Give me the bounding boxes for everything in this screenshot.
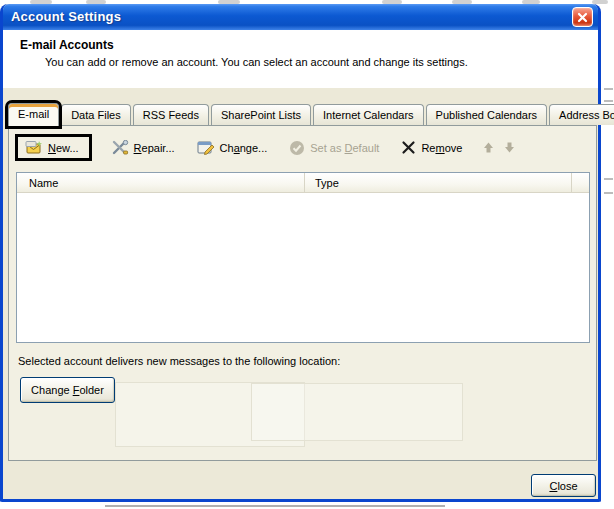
change-icon [197, 140, 215, 155]
tab-address-books[interactable]: Address Books [549, 104, 614, 125]
column-header-name[interactable]: Name [17, 177, 304, 189]
background-artifact [604, 178, 613, 180]
close-button[interactable]: Close [531, 474, 596, 497]
dialog-body: E-mail Data Files RSS Feeds SharePoint L… [3, 88, 598, 499]
change-folder-button[interactable]: Change Folder [20, 377, 115, 403]
repair-account-button[interactable]: Repair... [106, 137, 181, 158]
new-account-label: New... [48, 142, 79, 154]
move-up-icon [482, 141, 495, 154]
move-down-button[interactable] [499, 138, 520, 157]
tab-rss-feeds[interactable]: RSS Feeds [133, 104, 209, 125]
background-artifact [604, 192, 613, 194]
tab-strip: E-mail Data Files RSS Feeds SharePoint L… [8, 101, 614, 124]
new-account-icon [24, 140, 43, 155]
tab-internet-calendars[interactable]: Internet Calendars [313, 104, 424, 125]
email-tab-page: New... Repair... [8, 125, 597, 461]
tab-published-calendars[interactable]: Published Calendars [426, 104, 548, 125]
tab-sharepoint-lists[interactable]: SharePoint Lists [211, 104, 311, 125]
new-account-button[interactable]: New... [15, 134, 92, 161]
move-up-button[interactable] [478, 138, 499, 157]
close-window-button[interactable] [572, 7, 593, 27]
column-header-spacer [571, 173, 589, 192]
tab-data-files[interactable]: Data Files [61, 104, 131, 125]
accounts-list[interactable]: Name Type [16, 172, 590, 343]
delivery-ghost-box [251, 383, 463, 441]
move-down-icon [503, 141, 516, 154]
tab-email[interactable]: E-mail [8, 103, 59, 126]
delivery-location-text: Selected account delivers new messages t… [18, 355, 340, 367]
change-account-button[interactable]: Change... [191, 137, 274, 158]
repair-icon [112, 140, 129, 155]
list-body[interactable] [17, 193, 589, 342]
set-as-default-label: Set as Default [310, 142, 379, 154]
list-header: Name Type [17, 173, 589, 193]
remove-account-label: Remove [421, 142, 462, 154]
background-artifact [604, 88, 613, 90]
change-account-label: Change... [220, 142, 268, 154]
set-as-default-button[interactable]: Set as Default [283, 137, 385, 159]
page-subtitle: You can add or remove an account. You ca… [20, 56, 584, 68]
background-artifact [105, 505, 445, 507]
window-title: Account Settings [11, 9, 121, 24]
titlebar[interactable]: Account Settings [3, 4, 598, 30]
set-default-icon [289, 140, 305, 156]
column-header-type[interactable]: Type [304, 173, 571, 192]
close-icon [577, 12, 588, 23]
dialog-header: E-mail Accounts You can add or remove an… [3, 30, 598, 88]
page-title: E-mail Accounts [20, 38, 584, 52]
repair-account-label: Repair... [134, 142, 175, 154]
account-settings-dialog: Account Settings E-mail Accounts You can… [0, 4, 601, 502]
remove-icon [401, 140, 416, 155]
accounts-toolbar: New... Repair... [15, 134, 520, 161]
remove-account-button[interactable]: Remove [395, 137, 468, 158]
